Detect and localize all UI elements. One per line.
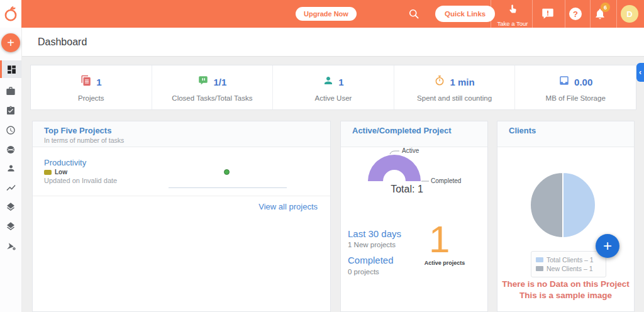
stat-active-user: 1 Active User [273, 65, 394, 109]
stat-label: Projects [78, 94, 104, 102]
clients-panel: Clients Total Clients – 1 New Clients – … [497, 121, 635, 312]
storage-tray-icon [558, 75, 570, 89]
sample-data-note-line2: This is a sample image [497, 290, 634, 301]
legend-label: New Clients – 1 [547, 265, 593, 272]
panel-title: Active/Completed Project [352, 126, 452, 135]
active-projects-count: 1 [429, 221, 450, 259]
pie-legend: Total Clients – 1 New Clients – 1 [531, 251, 606, 277]
project-link[interactable]: Productivity [44, 158, 86, 167]
take-a-tour-button[interactable]: Take a Tour [494, 3, 531, 27]
collapse-panel-toggle[interactable]: ‹ [636, 63, 644, 82]
hand-cursor-icon [506, 8, 519, 18]
completed-sub: 0 projects [348, 268, 379, 276]
stat-value: 1 min [450, 77, 474, 87]
orange-fruit-logo-icon [3, 5, 19, 23]
sidebar-item-layers-1[interactable] [0, 199, 21, 215]
sidebar-item-ball[interactable] [0, 142, 21, 158]
sidebar-item-dashboard[interactable] [0, 60, 21, 78]
sidebar-item-clock[interactable] [0, 122, 21, 138]
stat-label: MB of File Storage [546, 94, 606, 102]
legend-swatch-total [536, 257, 543, 262]
panel-subtitle: In terms of number of tasks [44, 136, 124, 144]
upgrade-now-button[interactable]: Upgrade Now [296, 7, 357, 21]
stat-label: Closed Tasks/Total Tasks [172, 94, 252, 102]
stats-row: 1 Projects 1/1 Closed Tasks/Total Tasks … [30, 65, 636, 110]
panel-header: Clients [497, 121, 634, 147]
legend-swatch-new [536, 266, 543, 271]
page-title: Dashboard [38, 28, 87, 56]
data-point-dot [224, 169, 230, 175]
clients-pie-chart [530, 172, 596, 238]
topbar-divider [616, 0, 617, 28]
stat-tasks: 1/1 Closed Tasks/Total Tasks [152, 65, 274, 109]
left-sidebar: + [0, 28, 22, 312]
panel-footer-divider [33, 196, 330, 196]
topbar-divider [532, 0, 533, 28]
sidebar-item-user[interactable] [0, 160, 21, 176]
updated-text: Updated on Invalid date [44, 177, 117, 184]
add-client-button[interactable]: + [596, 234, 619, 258]
chart-baseline [169, 187, 287, 188]
panel-title: Top Five Projects [44, 126, 111, 135]
sidebar-item-pen-gear[interactable] [0, 237, 21, 254]
legend-row: New Clients – 1 [536, 265, 601, 272]
active-slice-label: Active [402, 147, 419, 154]
documents-icon [80, 75, 92, 89]
add-new-button[interactable]: + [1, 33, 20, 52]
user-avatar[interactable]: D [621, 5, 638, 23]
sidebar-item-layers-2[interactable] [0, 218, 21, 235]
activity-line-icon [6, 182, 16, 193]
priority-label: Low [55, 169, 67, 176]
sidebar-item-briefcase[interactable] [0, 83, 21, 99]
panel-header: Top Five Projects In terms of number of … [33, 121, 330, 147]
topbar-divider [590, 0, 591, 28]
clock-icon [6, 125, 16, 135]
priority-swatch [44, 170, 52, 175]
view-all-projects-link[interactable]: View all projects [258, 202, 318, 211]
person-icon [323, 75, 334, 89]
stat-projects: 1 Projects [31, 65, 152, 109]
sample-data-note-line1: There is no Data on this Project [497, 279, 634, 290]
layers-icon [6, 202, 16, 212]
topbar-divider [491, 0, 491, 28]
top-bar: Upgrade Now Quick Links Take a Tour ? 6 … [21, 0, 644, 28]
panel-header: Active/Completed Project [341, 121, 487, 147]
clipboard-check-icon [6, 106, 16, 116]
app-logo[interactable] [0, 0, 21, 28]
active-completed-panel: Active/Completed Project Active Complete… [340, 121, 488, 312]
take-a-tour-label: Take a Tour [494, 20, 531, 27]
last-30-days-sub: 1 New projects [348, 241, 396, 248]
help-icon[interactable]: ? [569, 8, 582, 20]
dashboard-grid-icon [6, 64, 17, 75]
panel-title: Clients [509, 126, 536, 135]
ball-icon [6, 145, 16, 155]
top-five-projects-panel: Top Five Projects In terms of number of … [32, 121, 331, 312]
search-icon[interactable] [408, 8, 420, 20]
layers-icon [6, 221, 16, 231]
stopwatch-icon [434, 75, 445, 89]
topbar-divider [565, 0, 565, 28]
stat-value: 1/1 [213, 77, 226, 87]
task-bubble-icon [197, 75, 209, 89]
active-projects-caption: Active projects [419, 260, 470, 266]
notification-count-badge: 6 [601, 3, 610, 12]
feedback-bubble-icon[interactable] [541, 7, 555, 21]
quick-links-button[interactable]: Quick Links [435, 6, 495, 22]
stat-storage: 0.00 MB of File Storage [515, 65, 636, 109]
dashboard-page: Upgrade Now Quick Links Take a Tour ? 6 … [0, 0, 644, 312]
briefcase-icon [6, 86, 16, 96]
donut-total-label: Total: 1 [369, 184, 445, 195]
sidebar-item-clipboard[interactable] [0, 103, 21, 119]
stat-value: 0.00 [574, 77, 592, 87]
stat-label: Spent and still counting [417, 94, 492, 102]
legend-label: Total Clients – 1 [547, 256, 594, 264]
stat-label: Active User [315, 94, 352, 102]
stat-value: 1 [338, 77, 343, 87]
stat-value: 1 [96, 77, 101, 87]
pen-gear-icon [6, 240, 16, 251]
legend-row: Total Clients – 1 [536, 256, 601, 264]
last-30-days-heading: Last 30 days [348, 228, 401, 239]
sidebar-item-activity[interactable] [0, 179, 21, 196]
stat-time-spent: 1 min Spent and still counting [394, 65, 516, 109]
user-icon [6, 164, 16, 173]
